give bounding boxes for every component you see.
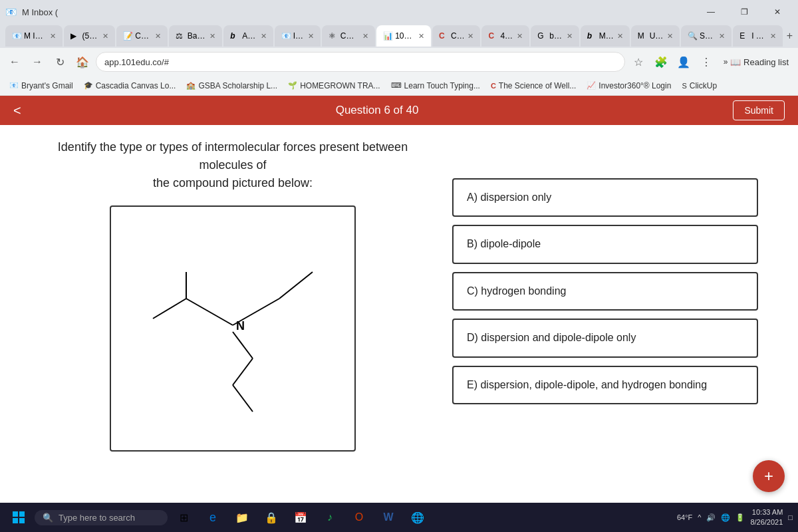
answer-option-d[interactable]: D) dispersion and dipole-dipole only (452, 319, 758, 357)
tab-close-chex[interactable]: ✕ (467, 32, 473, 41)
network-icon: 🌐 (721, 513, 730, 522)
gsba-icon: 🏫 (186, 81, 196, 90)
title-bar: 📧 M Inbox ( — ❐ ✕ (0, 0, 798, 24)
task-view-button[interactable]: ⊞ (170, 505, 197, 529)
svg-line-8 (233, 385, 253, 412)
address-text: app.101edu.co/# (104, 57, 169, 67)
tab-imake[interactable]: E I make ✕ (733, 25, 783, 47)
gmail-icon: 📧 (9, 81, 19, 90)
sound-icon: 🔊 (706, 513, 716, 522)
tab-close-unkno[interactable]: ✕ (667, 32, 673, 41)
answer-option-b[interactable]: B) dipole-dipole (452, 225, 758, 263)
svg-rect-11 (13, 518, 18, 523)
lock-icon: 🔒 (265, 511, 278, 524)
tab-icon-conver: 📝 (123, 31, 132, 41)
tab-close-balance[interactable]: ✕ (209, 32, 215, 41)
tab-search[interactable]: 🔍 Search ✕ (681, 25, 732, 47)
tab-close-search[interactable]: ✕ (719, 32, 725, 41)
bookmark-investor[interactable]: 📈 Investor360°® Login (583, 80, 675, 92)
bookmark-cascadia[interactable]: 🎓 Cascadia Canvas Lo... (80, 80, 180, 92)
molecule-svg: N (120, 222, 346, 435)
new-tab-button[interactable]: + (787, 30, 793, 42)
back-button[interactable]: ← (5, 53, 24, 71)
maximize-button[interactable]: ❐ (729, 1, 759, 23)
clickup-icon: S (682, 82, 686, 90)
edge-button[interactable]: e (200, 505, 226, 529)
bookmark-typing[interactable]: ⌨ Learn Touch Typing... (387, 80, 484, 92)
menu-button[interactable]: ⋮ (697, 53, 716, 71)
tab-inbox[interactable]: 📧 M Inbox ( ✕ (5, 25, 63, 47)
calendar-button[interactable]: 📅 (287, 505, 314, 529)
tab-close-4cc[interactable]: ✕ (517, 32, 523, 41)
close-button[interactable]: ✕ (762, 1, 793, 23)
task-view-icon: ⊞ (180, 511, 188, 524)
bookmark-clickup[interactable]: S ClickUp (678, 80, 721, 92)
nav-bar: ← → ↻ 🏠 app.101edu.co/# ☆ 🧩 👤 ⋮ » 📖 Read… (0, 48, 798, 76)
bookmark-gsba[interactable]: 🏫 GSBA Scholarship L... (182, 80, 281, 92)
home-button[interactable]: 🏠 (73, 53, 92, 71)
tab-myqu[interactable]: b My Qu ✕ (581, 25, 630, 47)
tab-chex[interactable]: C Che X ✕ (432, 25, 480, 47)
taskbar-clock[interactable]: 10:33 AM 8/26/2021 (750, 507, 783, 528)
tab-close-inbox2[interactable]: ✕ (308, 32, 314, 41)
tab-bartlet[interactable]: G bartlet ✕ (531, 25, 579, 47)
bookmark-science[interactable]: C The Science of Well... (487, 80, 580, 92)
tab-unkno[interactable]: M Unkno ✕ (631, 25, 680, 47)
svg-rect-12 (19, 518, 25, 523)
taskbar-search-box[interactable]: 🔍 Type here to search (35, 510, 168, 525)
tab-close-answer[interactable]: ✕ (261, 32, 267, 41)
prev-question-button[interactable]: < (13, 103, 21, 118)
forward-button[interactable]: → (28, 53, 47, 71)
reading-list-button[interactable]: » 📖 Reading list (720, 56, 793, 68)
minimize-button[interactable]: — (696, 1, 726, 23)
tab-4cc[interactable]: C 4-C -c ✕ (481, 25, 529, 47)
tab-close-cheme[interactable]: ✕ (362, 32, 368, 41)
tab-inbox2[interactable]: 📧 Inbox ✕ (275, 25, 321, 47)
tab-close-myqu[interactable]: ✕ (617, 32, 623, 41)
tab-close-101che[interactable]: ✕ (418, 32, 424, 41)
office-button[interactable]: O (346, 505, 372, 529)
tab-close-imake[interactable]: ✕ (770, 32, 776, 41)
tab-cheme[interactable]: ⚛ CHEME ✕ (322, 25, 375, 47)
explorer-button[interactable]: 📁 (229, 505, 255, 529)
answer-option-e[interactable]: E) dispersion, dipole-dipole, and hydrog… (452, 366, 758, 404)
extensions-button[interactable]: 🧩 (652, 53, 670, 71)
submit-button[interactable]: Submit (733, 100, 785, 120)
address-bar[interactable]: app.101edu.co/# (96, 52, 625, 72)
window-controls: — ❐ ✕ (696, 1, 793, 23)
tab-close-531[interactable]: ✕ (102, 32, 108, 41)
tab-close-conver[interactable]: ✕ (155, 32, 161, 41)
homegrown-icon: 🌱 (288, 81, 297, 90)
bookmark-homegrown[interactable]: 🌱 HOMEGROWN TRA... (284, 80, 384, 92)
fab-button[interactable]: + (753, 460, 785, 492)
tab-close-inbox[interactable]: ✕ (50, 32, 56, 41)
tab-conver[interactable]: 📝 Conver ✕ (116, 25, 168, 47)
word-button[interactable]: W (375, 505, 402, 529)
bookmark-bryants-gmail[interactable]: 📧 Bryant's Gmail (5, 80, 77, 92)
svg-rect-9 (13, 511, 18, 517)
tab-balance[interactable]: ⚖ Balance ✕ (169, 25, 222, 47)
tab-101che[interactable]: 📊 101 Che ✕ (376, 25, 431, 47)
spotify-button[interactable]: ♪ (317, 505, 343, 529)
tab-bar: 📧 M Inbox ( ✕ ▶ (531) C ✕ 📝 Conver ✕ ⚖ B… (0, 24, 798, 48)
profile-button[interactable]: 👤 (674, 53, 693, 71)
cascadia-icon: 🎓 (84, 81, 93, 90)
refresh-button[interactable]: ↻ (51, 53, 69, 71)
tab-close-bartlet[interactable]: ✕ (567, 32, 573, 41)
svg-line-0 (186, 299, 233, 325)
answer-option-c[interactable]: C) hydrogen bonding (452, 272, 758, 311)
favorites-button[interactable]: ☆ (629, 53, 648, 71)
answer-option-a[interactable]: A) dispersion only (452, 178, 758, 217)
taskbar: 🔍 Type here to search ⊞ e 📁 🔒 📅 ♪ O W 🌐 … (0, 503, 798, 532)
start-button[interactable] (5, 505, 32, 529)
battery-icon: 🔋 (735, 513, 745, 522)
svg-text:N: N (236, 319, 245, 332)
tab-531[interactable]: ▶ (531) C ✕ (64, 25, 116, 47)
windows-icon (12, 511, 25, 524)
question-header: < Question 6 of 40 Submit (0, 96, 798, 125)
notifications-icon[interactable]: □ (788, 513, 793, 521)
svg-line-6 (233, 332, 253, 358)
chrome-button[interactable]: 🌐 (404, 505, 431, 529)
settings-button[interactable]: 🔒 (258, 505, 285, 529)
tab-answer[interactable]: b Answe ✕ (223, 25, 273, 47)
